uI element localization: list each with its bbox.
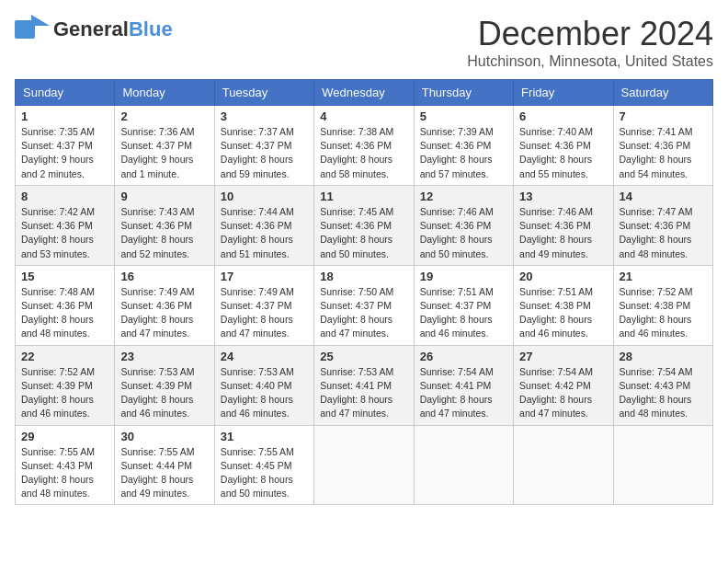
day-number: 4 — [320, 109, 407, 123]
day-header-tuesday: Tuesday — [214, 80, 313, 106]
day-number: 16 — [120, 270, 208, 283]
calendar-cell: 26Sunrise: 7:54 AMSunset: 4:41 PMDayligh… — [414, 345, 513, 425]
svg-marker-1 — [31, 15, 50, 26]
cell-details: Sunrise: 7:52 AMSunset: 4:39 PMDaylight:… — [21, 365, 108, 421]
calendar-week-row: 29Sunrise: 7:55 AMSunset: 4:43 PMDayligh… — [16, 425, 713, 505]
calendar-cell: 16Sunrise: 7:49 AMSunset: 4:36 PMDayligh… — [115, 265, 214, 345]
cell-details: Sunrise: 7:55 AMSunset: 4:43 PMDaylight:… — [21, 445, 108, 501]
day-number: 9 — [120, 190, 208, 203]
calendar-cell: 21Sunrise: 7:52 AMSunset: 4:38 PMDayligh… — [613, 265, 712, 345]
day-number: 20 — [519, 270, 607, 283]
cell-details: Sunrise: 7:51 AMSunset: 4:38 PMDaylight:… — [519, 285, 607, 341]
cell-details: Sunrise: 7:46 AMSunset: 4:36 PMDaylight:… — [420, 205, 507, 261]
calendar-cell: 6Sunrise: 7:40 AMSunset: 4:36 PMDaylight… — [514, 106, 613, 186]
day-number: 22 — [21, 350, 108, 363]
cell-details: Sunrise: 7:48 AMSunset: 4:36 PMDaylight:… — [21, 285, 108, 341]
day-header-friday: Friday — [514, 80, 613, 106]
logo-icon — [15, 15, 50, 44]
calendar-week-row: 22Sunrise: 7:52 AMSunset: 4:39 PMDayligh… — [16, 345, 713, 425]
logo-blue: Blue — [129, 17, 173, 40]
calendar-cell: 18Sunrise: 7:50 AMSunset: 4:37 PMDayligh… — [314, 265, 414, 345]
day-number: 15 — [21, 270, 108, 283]
day-header-wednesday: Wednesday — [314, 80, 414, 106]
calendar-week-row: 15Sunrise: 7:48 AMSunset: 4:36 PMDayligh… — [16, 265, 713, 345]
calendar-cell: 9Sunrise: 7:43 AMSunset: 4:36 PMDaylight… — [115, 185, 214, 265]
cell-details: Sunrise: 7:54 AMSunset: 4:43 PMDaylight:… — [620, 365, 707, 421]
day-number: 3 — [221, 109, 308, 123]
day-number: 30 — [120, 430, 208, 443]
calendar-cell: 23Sunrise: 7:53 AMSunset: 4:39 PMDayligh… — [115, 345, 214, 425]
calendar-cell: 28Sunrise: 7:54 AMSunset: 4:43 PMDayligh… — [613, 345, 712, 425]
day-number: 14 — [620, 190, 707, 203]
calendar-header-row: SundayMondayTuesdayWednesdayThursdayFrid… — [16, 80, 713, 106]
cell-details: Sunrise: 7:54 AMSunset: 4:41 PMDaylight:… — [420, 365, 507, 421]
month-title: December 2024 — [467, 15, 713, 53]
calendar-cell: 22Sunrise: 7:52 AMSunset: 4:39 PMDayligh… — [16, 345, 115, 425]
cell-details: Sunrise: 7:39 AMSunset: 4:36 PMDaylight:… — [420, 125, 507, 181]
cell-details: Sunrise: 7:35 AMSunset: 4:37 PMDaylight:… — [21, 125, 108, 181]
cell-details: Sunrise: 7:49 AMSunset: 4:37 PMDaylight:… — [221, 285, 308, 341]
calendar-cell — [613, 425, 712, 505]
logo-general: General — [53, 17, 129, 40]
calendar-cell: 19Sunrise: 7:51 AMSunset: 4:37 PMDayligh… — [414, 265, 513, 345]
cell-details: Sunrise: 7:53 AMSunset: 4:41 PMDaylight:… — [320, 365, 407, 421]
cell-details: Sunrise: 7:55 AMSunset: 4:44 PMDaylight:… — [120, 445, 208, 501]
cell-details: Sunrise: 7:43 AMSunset: 4:36 PMDaylight:… — [120, 205, 208, 261]
calendar-cell: 29Sunrise: 7:55 AMSunset: 4:43 PMDayligh… — [16, 425, 115, 505]
day-number: 7 — [620, 109, 707, 123]
calendar-cell: 7Sunrise: 7:41 AMSunset: 4:36 PMDaylight… — [613, 106, 712, 186]
day-number: 10 — [221, 190, 308, 203]
day-number: 27 — [519, 350, 607, 363]
calendar-cell: 10Sunrise: 7:44 AMSunset: 4:36 PMDayligh… — [214, 185, 313, 265]
day-number: 21 — [620, 270, 707, 283]
day-number: 17 — [221, 270, 308, 283]
cell-details: Sunrise: 7:53 AMSunset: 4:39 PMDaylight:… — [120, 365, 208, 421]
title-area: December 2024 Hutchinson, Minnesota, Uni… — [467, 15, 713, 70]
day-header-saturday: Saturday — [613, 80, 712, 106]
calendar-cell: 1Sunrise: 7:35 AMSunset: 4:37 PMDaylight… — [16, 106, 115, 186]
logo: GeneralBlue — [15, 15, 173, 44]
day-number: 18 — [320, 270, 407, 283]
calendar-cell: 11Sunrise: 7:45 AMSunset: 4:36 PMDayligh… — [314, 185, 414, 265]
location-title: Hutchinson, Minnesota, United States — [467, 53, 713, 70]
day-number: 19 — [420, 270, 507, 283]
cell-details: Sunrise: 7:55 AMSunset: 4:45 PMDaylight:… — [221, 445, 308, 501]
calendar-cell: 13Sunrise: 7:46 AMSunset: 4:36 PMDayligh… — [514, 185, 613, 265]
calendar-cell: 4Sunrise: 7:38 AMSunset: 4:36 PMDaylight… — [314, 106, 414, 186]
day-number: 29 — [21, 430, 108, 443]
cell-details: Sunrise: 7:41 AMSunset: 4:36 PMDaylight:… — [620, 125, 707, 181]
cell-details: Sunrise: 7:47 AMSunset: 4:36 PMDaylight:… — [620, 205, 707, 261]
cell-details: Sunrise: 7:53 AMSunset: 4:40 PMDaylight:… — [221, 365, 308, 421]
calendar-cell — [514, 425, 613, 505]
cell-details: Sunrise: 7:54 AMSunset: 4:42 PMDaylight:… — [519, 365, 607, 421]
cell-details: Sunrise: 7:52 AMSunset: 4:38 PMDaylight:… — [620, 285, 707, 341]
calendar-week-row: 1Sunrise: 7:35 AMSunset: 4:37 PMDaylight… — [16, 106, 713, 186]
cell-details: Sunrise: 7:38 AMSunset: 4:36 PMDaylight:… — [320, 125, 407, 181]
day-number: 31 — [221, 430, 308, 443]
calendar-cell: 15Sunrise: 7:48 AMSunset: 4:36 PMDayligh… — [16, 265, 115, 345]
calendar-cell: 20Sunrise: 7:51 AMSunset: 4:38 PMDayligh… — [514, 265, 613, 345]
calendar-cell: 24Sunrise: 7:53 AMSunset: 4:40 PMDayligh… — [214, 345, 313, 425]
cell-details: Sunrise: 7:40 AMSunset: 4:36 PMDaylight:… — [519, 125, 607, 181]
day-number: 11 — [320, 190, 407, 203]
cell-details: Sunrise: 7:51 AMSunset: 4:37 PMDaylight:… — [420, 285, 507, 341]
day-number: 13 — [519, 190, 607, 203]
day-header-monday: Monday — [115, 80, 214, 106]
day-header-sunday: Sunday — [16, 80, 115, 106]
day-number: 24 — [221, 350, 308, 363]
day-number: 23 — [120, 350, 208, 363]
cell-details: Sunrise: 7:50 AMSunset: 4:37 PMDaylight:… — [320, 285, 407, 341]
calendar-cell: 14Sunrise: 7:47 AMSunset: 4:36 PMDayligh… — [613, 185, 712, 265]
cell-details: Sunrise: 7:36 AMSunset: 4:37 PMDaylight:… — [120, 125, 208, 181]
calendar-cell: 17Sunrise: 7:49 AMSunset: 4:37 PMDayligh… — [214, 265, 313, 345]
calendar-week-row: 8Sunrise: 7:42 AMSunset: 4:36 PMDaylight… — [16, 185, 713, 265]
day-number: 5 — [420, 109, 507, 123]
day-header-thursday: Thursday — [414, 80, 513, 106]
cell-details: Sunrise: 7:46 AMSunset: 4:36 PMDaylight:… — [519, 205, 607, 261]
day-number: 26 — [420, 350, 507, 363]
calendar-cell: 30Sunrise: 7:55 AMSunset: 4:44 PMDayligh… — [115, 425, 214, 505]
calendar-cell: 3Sunrise: 7:37 AMSunset: 4:37 PMDaylight… — [214, 106, 313, 186]
page-header: GeneralBlue December 2024 Hutchinson, Mi… — [15, 15, 713, 70]
calendar-cell — [314, 425, 414, 505]
calendar-cell: 12Sunrise: 7:46 AMSunset: 4:36 PMDayligh… — [414, 185, 513, 265]
